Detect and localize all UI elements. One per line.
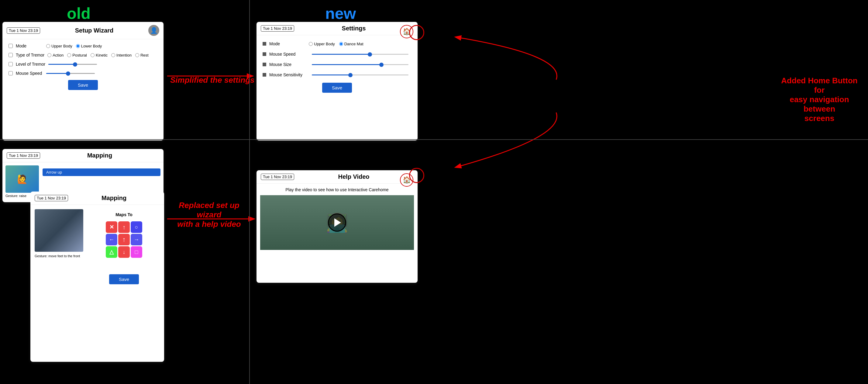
old-mapping-date: Tue 1 Nov bbox=[9, 153, 27, 158]
mode-checkbox[interactable] bbox=[8, 44, 13, 48]
help-video-title: Help Video bbox=[294, 173, 413, 180]
arrow-up-btn[interactable]: Arrow up bbox=[42, 169, 160, 176]
old-setup-window: Tue 1 Nov 23:19 Setup Wizard 👤 Mode Uppe… bbox=[2, 22, 163, 141]
old-mapping-inner-window: Tue 1 Nov 23:19 Mapping Gesture: move fe… bbox=[30, 191, 164, 362]
new-mouse-speed-label: Mouse Speed bbox=[269, 52, 306, 57]
help-video-time-badge: Tue 1 Nov 23:19 bbox=[261, 174, 294, 180]
ctrl-tri-btn[interactable]: △ bbox=[106, 246, 117, 258]
old-setup-avatar: 👤 bbox=[148, 25, 159, 36]
old-mapping-title: Mapping bbox=[40, 152, 159, 159]
tremor-level-checkbox[interactable] bbox=[8, 62, 13, 66]
replaced-wizard-label: Replaced set up wizardwith a help video bbox=[166, 201, 252, 229]
ctrl-right-btn[interactable]: → bbox=[131, 234, 142, 245]
home-button-top-circle bbox=[409, 25, 424, 40]
old-label: old bbox=[67, 4, 91, 23]
help-video-date: Tue 1 Nov bbox=[263, 175, 281, 179]
old-setup-title: Setup Wizard bbox=[40, 27, 148, 34]
horizontal-divider bbox=[0, 139, 868, 140]
old-setup-save-button[interactable]: Save bbox=[68, 80, 98, 90]
vertical-divider bbox=[249, 0, 250, 384]
ctrl-x-btn[interactable]: ✕ bbox=[106, 221, 117, 233]
home-annotation-arrow-top bbox=[420, 25, 571, 147]
play-button[interactable] bbox=[328, 213, 346, 232]
inner-mapping-title: Mapping bbox=[68, 195, 160, 202]
sensitivity-icon bbox=[262, 73, 266, 77]
ctrl-o-btn[interactable]: ○ bbox=[131, 221, 142, 233]
new-settings-time-badge: Tue 1 Nov 23:19 bbox=[261, 25, 294, 32]
gesture-raise-photo: 🙋 bbox=[5, 166, 39, 193]
rest-radio[interactable] bbox=[135, 53, 139, 57]
mouse-speed-checkbox[interactable] bbox=[8, 71, 13, 76]
mode-icon bbox=[262, 42, 266, 46]
gesture-move-label: Gesture: move feet to the front bbox=[35, 254, 83, 258]
tremor-level-label: Level of Tremor bbox=[16, 62, 45, 66]
help-video-clock: 23:19 bbox=[282, 175, 292, 179]
new-settings-clock: 23:19 bbox=[282, 26, 292, 31]
ctrl-sq-btn[interactable]: □ bbox=[131, 246, 142, 258]
action-label: Action bbox=[53, 53, 64, 57]
inner-mapping-date: Tue 1 Nov bbox=[37, 196, 55, 200]
simplified-settings-label: Simplified the settings bbox=[170, 76, 254, 85]
maps-to-label: Maps To bbox=[116, 212, 132, 217]
new-settings-save-button[interactable]: Save bbox=[322, 83, 352, 93]
dance-mat-label: Dance Mat bbox=[344, 42, 364, 46]
postural-radio[interactable] bbox=[67, 53, 71, 57]
ctrl-center-btn[interactable]: ↑ bbox=[118, 234, 130, 245]
inner-mapping-save-button[interactable]: Save bbox=[109, 274, 139, 284]
kinetic-label: Kinetic bbox=[96, 53, 107, 57]
ctrl-down-btn[interactable]: ↓ bbox=[118, 246, 130, 258]
new-upper-body-radio[interactable] bbox=[309, 42, 313, 46]
help-video-description: Play the video to see how to use Interac… bbox=[260, 187, 414, 192]
inner-mapping-time-badge: Tue 1 Nov 23:19 bbox=[35, 195, 68, 201]
new-settings-title: Settings bbox=[294, 25, 413, 32]
mode-label: Mode bbox=[16, 43, 43, 48]
ctrl-up-btn[interactable]: ↑ bbox=[118, 221, 130, 233]
help-video-window: Tue 1 Nov 23:19 Help Video 🏠 Play the vi… bbox=[256, 170, 417, 283]
upper-body-radio[interactable] bbox=[46, 44, 50, 48]
inner-mapping-clock: 23:19 bbox=[56, 196, 66, 200]
new-mode-label: Mode bbox=[269, 41, 306, 46]
mouse-speed-label: Mouse Speed bbox=[16, 71, 43, 76]
new-settings-date: Tue 1 Nov bbox=[263, 26, 281, 31]
tremor-type-label: Type of Tremor bbox=[16, 53, 44, 57]
new-mouse-size-label: Mouse Size bbox=[269, 62, 306, 67]
old-setup-clock: 23:19 bbox=[28, 28, 38, 33]
tremor-type-checkbox[interactable] bbox=[8, 53, 13, 57]
dance-mat-radio[interactable] bbox=[339, 42, 343, 46]
old-mapping-time-badge: Tue 1 Nov 23:19 bbox=[7, 152, 40, 159]
gesture-raise-label: Gesture: raise bbox=[5, 194, 26, 198]
rest-label: Rest bbox=[141, 53, 149, 57]
play-triangle bbox=[334, 218, 341, 227]
ctrl-left-btn[interactable]: ← bbox=[106, 234, 117, 245]
speed-icon bbox=[262, 52, 266, 56]
new-mouse-sensitivity-label: Mouse Sensitivity bbox=[269, 72, 306, 77]
old-setup-time-badge: Tue 1 Nov 23:19 bbox=[7, 27, 40, 34]
new-upper-body-label: Upper Body bbox=[314, 42, 335, 46]
new-label: new bbox=[325, 4, 356, 23]
lower-body-radio[interactable] bbox=[76, 44, 80, 48]
new-settings-window: Tue 1 Nov 23:19 Settings 🏠 Mode Upper Bo… bbox=[256, 22, 417, 141]
old-setup-date: Tue 1 Nov bbox=[9, 28, 27, 33]
home-button-annotation: Added Home Button foreasy navigation bet… bbox=[777, 76, 862, 123]
old-mapping-clock: 23:19 bbox=[28, 153, 38, 158]
size-icon bbox=[262, 63, 266, 66]
intention-radio[interactable] bbox=[111, 53, 115, 57]
home-button-bottom-circle bbox=[409, 168, 424, 183]
mapping-gesture-photo bbox=[35, 209, 83, 252]
home-annotation-arrow-bottom bbox=[420, 107, 571, 198]
controller-grid: ✕ ↑ ○ ← ↑ → △ ↓ □ bbox=[106, 221, 142, 258]
intention-label: Intention bbox=[116, 53, 132, 57]
kinetic-radio[interactable] bbox=[91, 53, 95, 57]
video-thumbnail[interactable]: 👩‍💻 bbox=[260, 195, 414, 250]
upper-body-label: Upper Body bbox=[51, 44, 72, 48]
lower-body-label: Lower Body bbox=[81, 44, 102, 48]
postural-label: Postural bbox=[72, 53, 87, 57]
action-radio[interactable] bbox=[48, 53, 51, 57]
